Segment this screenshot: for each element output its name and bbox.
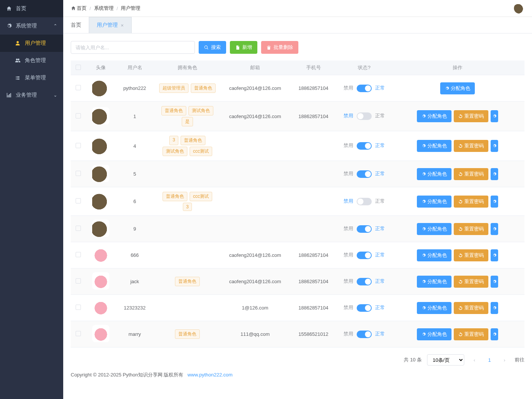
users-icon xyxy=(15,58,22,63)
row-checkbox[interactable] xyxy=(76,252,81,257)
cell-phone xyxy=(289,161,338,187)
checkbox-all[interactable] xyxy=(76,65,81,70)
assign-role-button[interactable]: 分配角色 xyxy=(417,302,451,314)
cell-email xyxy=(221,216,289,242)
crumb-system[interactable]: 系统管理 xyxy=(94,5,114,12)
nav-user-mgmt[interactable]: 用户管理 xyxy=(0,35,63,52)
refresh-icon xyxy=(458,144,463,148)
row-checkbox[interactable] xyxy=(76,331,81,336)
refresh-icon xyxy=(458,114,463,118)
status-toggle[interactable] xyxy=(357,198,372,205)
nav-role-mgmt[interactable]: 角色管理 xyxy=(0,52,63,69)
role-tag: ccc测试 xyxy=(190,192,212,201)
assign-role-button[interactable]: 分配角色 xyxy=(417,249,451,261)
reset-password-button[interactable]: 重置密码 xyxy=(454,276,488,288)
status-toggle[interactable] xyxy=(357,278,372,285)
reset-password-button[interactable]: 重置密码 xyxy=(454,302,488,314)
reset-password-button[interactable]: 重置密码 xyxy=(454,168,488,180)
status-toggle[interactable] xyxy=(357,252,372,259)
status-toggle[interactable] xyxy=(357,225,372,233)
page-number[interactable]: 1 xyxy=(485,355,494,365)
extra-action-button[interactable] xyxy=(491,168,498,180)
refresh-icon xyxy=(458,332,463,337)
extra-action-button[interactable] xyxy=(491,328,498,340)
row-checkbox[interactable] xyxy=(76,278,81,284)
role-tag: 普通角色 xyxy=(175,329,200,339)
extra-action-button[interactable] xyxy=(491,249,498,261)
assign-role-button[interactable]: 分配角色 xyxy=(440,82,475,94)
extra-action-button[interactable] xyxy=(491,140,498,152)
extra-action-button[interactable] xyxy=(491,196,498,208)
extra-action-button[interactable] xyxy=(491,276,498,288)
nav-system-label: 系统管理 xyxy=(16,23,37,29)
gear-icon xyxy=(421,332,426,337)
assign-role-button[interactable]: 分配角色 xyxy=(417,276,451,288)
nav-home[interactable]: 首页 xyxy=(0,0,63,17)
status-toggle[interactable] xyxy=(357,170,372,178)
crumb-home[interactable]: 首页 xyxy=(77,5,87,12)
avatar[interactable] xyxy=(514,3,524,14)
reset-password-button[interactable]: 重置密码 xyxy=(454,223,488,235)
more-icon xyxy=(492,279,497,284)
table-row: 9禁用正常分配角色重置密码 xyxy=(71,216,524,242)
avatar xyxy=(92,299,109,316)
batch-delete-button[interactable]: 批量删除 xyxy=(261,41,298,54)
status-disable-label: 禁用 xyxy=(342,142,354,149)
row-checkbox[interactable] xyxy=(76,171,81,176)
more-icon xyxy=(492,227,497,231)
status-normal-label: 正常 xyxy=(374,198,386,205)
status-toggle[interactable] xyxy=(357,304,372,312)
assign-role-button[interactable]: 分配角色 xyxy=(417,110,451,122)
close-icon[interactable]: × xyxy=(121,23,124,28)
crumb-user: 用户管理 xyxy=(121,5,140,12)
cell-phone: 18862857104 xyxy=(289,295,338,321)
row-checkbox[interactable] xyxy=(76,226,81,231)
row-checkbox[interactable] xyxy=(76,85,81,90)
status-toggle[interactable] xyxy=(357,112,372,120)
reset-password-button[interactable]: 重置密码 xyxy=(454,140,488,152)
extra-action-button[interactable] xyxy=(491,110,498,122)
chevron-down-icon: ⌄ xyxy=(53,93,57,98)
nav-system[interactable]: 系统管理 ⌃ xyxy=(0,17,63,35)
row-checkbox[interactable] xyxy=(76,305,81,310)
nav-menu-mgmt[interactable]: 菜单管理 xyxy=(0,69,63,86)
add-button[interactable]: 新增 xyxy=(230,41,257,54)
search-button[interactable]: 搜索 xyxy=(199,41,226,54)
refresh-icon xyxy=(458,306,463,310)
search-input[interactable] xyxy=(71,41,195,54)
status-toggle[interactable] xyxy=(357,142,372,150)
more-icon xyxy=(492,332,497,337)
reset-password-button[interactable]: 重置密码 xyxy=(454,110,488,122)
assign-role-button[interactable]: 分配角色 xyxy=(417,140,451,152)
cell-email xyxy=(221,187,289,216)
nav-home-label: 首页 xyxy=(16,5,26,12)
tab-user-mgmt[interactable]: 用户管理 × xyxy=(89,17,132,33)
footer-link[interactable]: www.python222.com xyxy=(187,372,233,378)
status-toggle[interactable] xyxy=(357,331,372,338)
col-status: 状态? xyxy=(338,61,391,75)
gear-icon xyxy=(421,114,426,118)
status-toggle[interactable] xyxy=(357,85,372,92)
cell-username: 1 xyxy=(116,102,154,131)
next-page-button[interactable]: › xyxy=(500,355,509,365)
assign-role-button[interactable]: 分配角色 xyxy=(417,223,451,235)
row-checkbox[interactable] xyxy=(76,113,81,118)
reset-password-button[interactable]: 重置密码 xyxy=(454,196,488,208)
reset-password-button[interactable]: 重置密码 xyxy=(454,249,488,261)
assign-role-button[interactable]: 分配角色 xyxy=(417,196,451,208)
extra-action-button[interactable] xyxy=(491,223,498,235)
assign-role-button[interactable]: 分配角色 xyxy=(417,328,451,340)
nav-business[interactable]: 业务管理 ⌄ xyxy=(0,86,63,104)
table-row: 1普通角色测试角色是caofeng2014@126.com18862857104… xyxy=(71,102,524,131)
tab-home[interactable]: 首页 xyxy=(63,17,89,33)
prev-page-button[interactable]: ‹ xyxy=(470,355,479,365)
extra-action-button[interactable] xyxy=(491,302,498,314)
footer: Copyright © 2012-2025 Python知识分享网 版权所有 w… xyxy=(71,366,524,381)
assign-role-button[interactable]: 分配角色 xyxy=(417,168,451,180)
reset-password-button[interactable]: 重置密码 xyxy=(454,328,488,340)
page-size-select[interactable]: 10条/页 xyxy=(427,354,464,366)
row-checkbox[interactable] xyxy=(76,143,81,148)
col-phone: 手机号 xyxy=(289,61,338,75)
row-checkbox[interactable] xyxy=(76,198,81,203)
cell-email: caofeng2014@126.com xyxy=(221,102,289,131)
